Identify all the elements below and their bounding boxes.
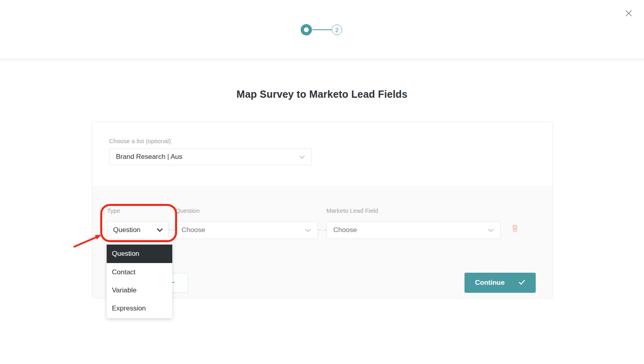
close-icon [625, 10, 632, 18]
list-picker-value: Brand Research | Aus [116, 153, 182, 161]
type-select[interactable]: Question [107, 221, 169, 239]
type-option-question[interactable]: Question [107, 245, 172, 263]
page-title: Map Survey to Marketo Lead Fields [0, 88, 644, 100]
type-option-variable[interactable]: Variable [107, 281, 172, 299]
type-select-value: Question [113, 226, 140, 234]
question-column-label: Question [175, 207, 200, 214]
modal-header: 2 [0, 0, 644, 59]
list-picker-select[interactable]: Brand Research | Aus [109, 148, 312, 165]
marketo-column-label: Marketo Lead Field [326, 207, 378, 214]
chevron-down-icon [488, 226, 494, 234]
continue-button-label: Continue [475, 279, 505, 287]
type-option-contact[interactable]: Contact [107, 263, 172, 281]
type-dropdown-menu: Question Contact Variable Expression [107, 243, 172, 318]
stepper-step-2: 2 [332, 25, 342, 35]
marketo-select-value: Choose [333, 226, 357, 234]
field-dash-connector [169, 230, 174, 230]
stepper-step-1-current [301, 24, 312, 35]
list-picker-label: Choose a list (optional) [109, 138, 171, 144]
stepper-step-2-number: 2 [335, 27, 339, 33]
header-shadow-divider [0, 59, 644, 62]
chevron-down-icon [299, 153, 305, 160]
continue-button[interactable]: Continue [464, 273, 536, 293]
delete-row-button[interactable] [510, 224, 519, 234]
close-button[interactable] [623, 8, 635, 20]
field-dash-connector [319, 230, 326, 230]
type-column-label: Type [107, 207, 120, 214]
chevron-down-icon [305, 226, 311, 234]
marketo-lead-field-select[interactable]: Choose [326, 221, 501, 239]
question-select-value: Choose [182, 226, 205, 234]
type-option-expression[interactable]: Expression [107, 299, 172, 317]
check-icon [518, 280, 525, 286]
chevron-down-icon [157, 226, 163, 234]
trash-icon [511, 228, 519, 234]
question-select[interactable]: Choose [175, 221, 318, 239]
stepper-connector [312, 29, 332, 30]
